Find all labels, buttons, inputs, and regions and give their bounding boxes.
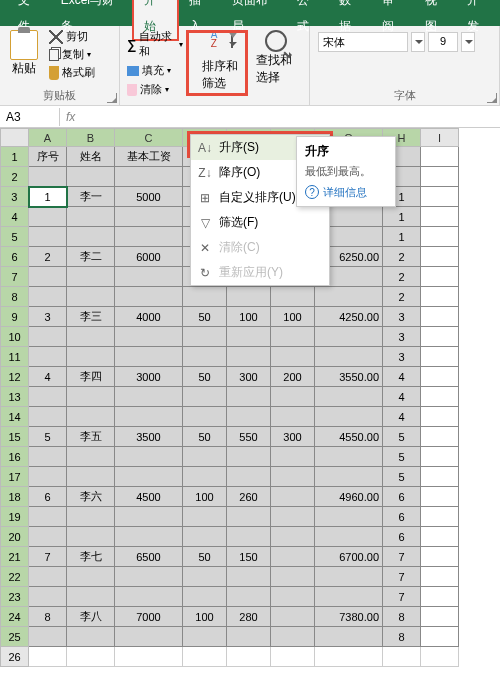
cut-icon xyxy=(49,30,63,44)
paste-label: 粘贴 xyxy=(12,60,36,77)
copy-button[interactable]: 复制▾ xyxy=(46,46,98,63)
menu-bar: 文件 Excel与财务 开始 插入 页面布局 公式 数据 审阅 视图 开发 xyxy=(0,0,500,26)
fill-button[interactable]: 填充▾ xyxy=(126,62,184,79)
row-3[interactable]: 3 xyxy=(1,187,29,207)
highlight-sort-button xyxy=(186,30,248,96)
tooltip-ascending: 升序 最低到最高。 ?详细信息 xyxy=(296,136,396,207)
font-size-dropdown[interactable] xyxy=(461,32,475,52)
tooltip-more-link[interactable]: ?详细信息 xyxy=(305,185,387,200)
col-I[interactable]: I xyxy=(421,129,459,147)
sigma-icon: ∑ xyxy=(127,37,136,52)
col-A[interactable]: A xyxy=(29,129,67,147)
fill-icon xyxy=(127,66,139,76)
eraser-icon xyxy=(127,84,137,96)
find-select-button[interactable]: 查找和选择 xyxy=(250,28,304,94)
font-expand[interactable] xyxy=(487,93,497,103)
sort-desc-icon: Z↓ xyxy=(197,166,213,180)
col-B[interactable]: B xyxy=(67,129,115,147)
font-name-dropdown[interactable] xyxy=(411,32,425,52)
reapply: ↻重新应用(Y) xyxy=(191,260,329,285)
tooltip-desc: 最低到最高。 xyxy=(305,164,387,179)
font-name-select[interactable]: 宋体 xyxy=(318,32,408,52)
paste-icon xyxy=(10,30,38,60)
name-box[interactable]: A3 xyxy=(0,108,60,126)
paste-button[interactable]: 粘贴 xyxy=(6,28,42,81)
find-icon xyxy=(265,30,287,52)
clipboard-expand[interactable] xyxy=(107,93,117,103)
cut-button[interactable]: 剪切 xyxy=(46,28,98,45)
fx-icon[interactable]: fx xyxy=(60,110,81,124)
clear-button[interactable]: 清除▾ xyxy=(126,81,184,98)
sort-asc-icon: A↓ xyxy=(197,141,213,155)
font-size-select[interactable]: 9 xyxy=(428,32,458,52)
brush-icon xyxy=(49,66,59,80)
formula-bar: A3 fx xyxy=(0,106,500,128)
clear-filter: ✕清除(C) xyxy=(191,235,329,260)
filter-icon: ▽ xyxy=(197,216,213,230)
help-icon: ? xyxy=(305,185,319,199)
col-C[interactable]: C xyxy=(115,129,183,147)
row-2[interactable]: 2 xyxy=(1,167,29,187)
row-1[interactable]: 1 xyxy=(1,147,29,167)
tooltip-title: 升序 xyxy=(305,143,387,160)
clipboard-group-label: 剪贴板 xyxy=(6,86,113,105)
custom-sort-icon: ⊞ xyxy=(197,191,213,205)
format-painter-button[interactable]: 格式刷 xyxy=(46,64,98,81)
copy-icon xyxy=(49,49,59,61)
ribbon: 粘贴 剪切 复制▾ 格式刷 剪贴板 ∑自动求和▾ 填充▾ 清除▾ AZ xyxy=(0,26,500,106)
font-group-label: 字体 xyxy=(316,86,493,105)
autosum-button[interactable]: ∑自动求和▾ xyxy=(126,28,184,60)
filter[interactable]: ▽筛选(F) xyxy=(191,210,329,235)
